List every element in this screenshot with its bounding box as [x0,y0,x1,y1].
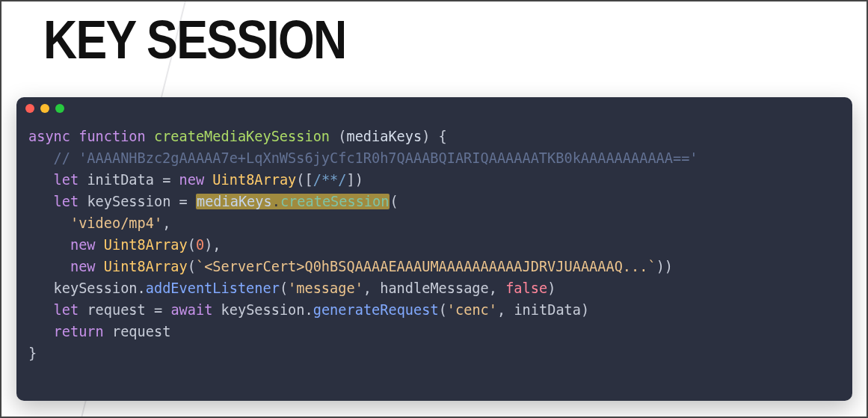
fn-generaterequest: generateRequest [313,302,439,318]
slide-title: KEY SESSION [43,9,345,70]
kw-return: return [54,324,104,339]
bool-false: false [505,280,547,296]
code-block: async function createMediaKeySession (me… [16,120,852,376]
num-zero: 0 [196,237,204,253]
var-initdata: initData [87,172,154,188]
brace-close: } [28,345,37,361]
kw-let: let [54,172,79,188]
comment-base64: // 'AAAANHBzc2gAAAAA7e+LqXnWSs6jyCfc1R0h… [54,150,698,166]
var-keysession: keySession [87,194,170,209]
kw-function: function [79,129,146,144]
maximize-icon[interactable] [55,104,64,113]
brace-open: { [439,129,447,144]
code-window: async function createMediaKeySession (me… [16,97,852,401]
str-message: 'message' [288,280,363,296]
close-icon[interactable] [25,104,34,113]
inline-comment: /**/ [313,172,347,188]
str-servercert: `<ServerCert>Q0hBSQAAAAEAAAUMAAAAAAAAAAJ… [196,259,656,274]
fn-name: createMediaKeySession [154,129,330,144]
var-request: request [87,302,145,318]
str-mime: 'video/mp4' [70,215,162,231]
highlighted-call: mediaKeys.createSession [196,194,390,209]
minimize-icon[interactable] [40,104,49,113]
id-handlemessage: handleMessage [380,280,489,296]
fn-addeventlistener: addEventListener [146,280,280,296]
kw-await: await [170,302,212,318]
param: mediaKeys [346,129,422,144]
class-uint8array: Uint8Array [212,172,296,188]
str-cenc: 'cenc' [447,302,497,318]
kw-async: async [28,129,70,144]
window-titlebar [16,97,852,120]
